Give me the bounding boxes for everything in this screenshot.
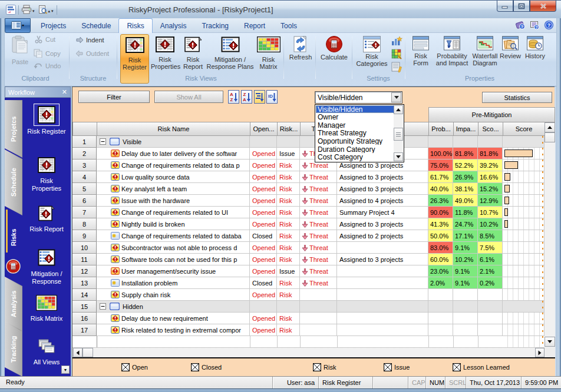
table-row[interactable]: 16Delay due to new requirementOpenedRisk	[72, 313, 544, 324]
workflow-item-mitigation-response[interactable]: Mitigation /Response	[22, 247, 71, 285]
horizontal-scroll-thumb[interactable]	[82, 348, 93, 357]
statistics-button[interactable]: Statistics	[482, 92, 552, 103]
about-book-icon[interactable]: ?	[516, 21, 526, 31]
dropdown-item-cost-category[interactable]: Cost Category	[316, 154, 394, 161]
calculator-badge-icon[interactable]	[6, 259, 21, 274]
table-row[interactable]: 13Installation problemClosedRiskThreat2.…	[72, 277, 544, 289]
application-menu-button[interactable]	[5, 18, 31, 33]
column-header-score[interactable]: Score	[503, 122, 545, 136]
undo-button[interactable]: Undo	[34, 62, 61, 69]
table-row[interactable]: 12User management/security issueOpenedIs…	[72, 265, 544, 277]
column-header-risk[interactable]: Risk...	[277, 122, 301, 136]
scroll-left-icon[interactable]	[73, 348, 82, 357]
indent-button[interactable]: Indent	[75, 36, 104, 44]
table-row[interactable]: 2Delay due to later delivery of the soft…	[72, 148, 544, 160]
workflow-item-all-views[interactable]: All Views	[22, 336, 71, 366]
vertical-scroll-thumb[interactable]	[544, 132, 555, 142]
table-row[interactable]: 11Software tools can not be used for thi…	[72, 254, 544, 265]
review-button[interactable]: Review	[499, 35, 522, 59]
column-header-riskname[interactable]: Risk Name	[97, 122, 250, 136]
table-row[interactable]: 10Subcontractor was not able to process …	[72, 242, 544, 254]
probability-and-impact-button[interactable]: Probabilityand Impact	[434, 35, 470, 67]
dropdown-item-manager[interactable]: Manager	[316, 121, 394, 129]
column-header-num[interactable]	[72, 122, 97, 136]
table-row[interactable]: 1Visible	[72, 136, 544, 148]
categories-list-icon[interactable]	[391, 61, 404, 74]
show-all-button[interactable]: Show All	[154, 91, 223, 103]
workflow-tab-schedule[interactable]: Schedule	[5, 150, 22, 215]
workflow-item-risk-report[interactable]: Risk Report	[22, 203, 71, 233]
dropdown-scroll-down-icon[interactable]	[394, 152, 403, 161]
menu-tab-projects[interactable]: Projects	[33, 18, 74, 33]
table-row[interactable]: 3Change of requirements related to data …	[72, 160, 544, 171]
print-preview-icon[interactable]	[38, 5, 48, 15]
refresh-button[interactable]: Refresh	[287, 35, 314, 61]
calculate-button[interactable]: Calculate	[318, 35, 351, 61]
table-row[interactable]: 5Key analyst left a teamOpenedRiskThreat…	[72, 183, 544, 195]
table-row[interactable]: 17Risk related to testing in extrernal c…	[72, 324, 544, 336]
column-header-impa[interactable]: Impa...	[453, 122, 478, 136]
filter-button[interactable]: Filter	[78, 91, 150, 103]
close-button[interactable]	[530, 1, 556, 12]
workflow-close-icon[interactable]: ✕	[62, 89, 67, 95]
print-dropdown-icon[interactable]: ▾	[32, 9, 35, 14]
vertical-scrollbar[interactable]	[544, 122, 555, 347]
menu-tab-tracking[interactable]: Tracking	[194, 18, 236, 33]
risk-form-button[interactable]: RiskForm	[408, 35, 434, 67]
history-button[interactable]: History	[522, 35, 548, 59]
menu-tab-tools[interactable]: Tools	[273, 18, 305, 33]
pre-mitigation-header[interactable]: Pre-Mitigation	[428, 107, 555, 122]
table-row[interactable]: 15Hidden	[72, 301, 544, 313]
table-row[interactable]: 14Supply chain riskOpenedRisk	[72, 289, 544, 301]
cut-button[interactable]: Cut	[34, 35, 55, 44]
sort-group-icon[interactable]	[254, 90, 265, 104]
outdent-button[interactable]: Outdent	[75, 50, 109, 57]
scroll-down-icon[interactable]	[544, 337, 555, 347]
dropdown-item-duration-category[interactable]: Duration Category	[316, 145, 394, 153]
dropdown-scrollbar[interactable]	[394, 105, 403, 161]
sort-az-icon[interactable]: AZ	[228, 90, 239, 104]
minimize-button[interactable]	[497, 1, 513, 12]
app-icon[interactable]	[6, 5, 16, 16]
column-header-open[interactable]: Open...	[250, 122, 278, 136]
help-icon[interactable]: ?	[544, 20, 554, 31]
horizontal-scrollbar[interactable]	[72, 348, 544, 357]
column-header-prob[interactable]: Prob...	[428, 122, 454, 136]
dropdown-item-owner[interactable]: Owner	[316, 114, 394, 121]
menu-tab-schedule[interactable]: Schedule	[74, 18, 118, 33]
table-row[interactable]: 6Issue with the hardwareOpenedRiskThreat…	[72, 195, 544, 207]
dropdown-item-threat-strategy[interactable]: Threat Strategy	[316, 129, 394, 137]
menu-tab-analysis[interactable]: Analysis	[153, 18, 194, 33]
table-row[interactable]: 8Nightly build is brokenOpenedRiskThreat…	[72, 218, 544, 230]
menu-tab-risks[interactable]: Risks	[118, 18, 152, 33]
workflow-item-risk-matrix[interactable]: Risk Matrix	[22, 293, 71, 323]
combobox-dropdown-icon[interactable]	[391, 92, 401, 102]
menu-tab-report[interactable]: Report	[236, 18, 273, 33]
workflow-item-risk-register[interactable]: Risk Register	[22, 104, 71, 135]
group-by-combobox[interactable]: Visible/Hidden	[315, 91, 402, 104]
table-row[interactable]: 9Change of requirements related to datab…	[72, 230, 544, 242]
dropdown-scroll-up-icon[interactable]	[394, 105, 403, 114]
toolbar-options-arrow[interactable]: ▾	[51, 9, 54, 14]
scroll-up-icon[interactable]	[544, 122, 555, 132]
maximize-button[interactable]	[513, 1, 530, 12]
toolbar-options-icon[interactable]: ▴	[48, 9, 51, 14]
workflow-tab-tracking[interactable]: Tracking	[5, 321, 22, 377]
workflow-expand-button[interactable]: ▼	[61, 366, 70, 374]
sort-za-icon[interactable]: ZA	[241, 90, 252, 104]
copy-button[interactable]: Copy	[34, 49, 61, 58]
column-header-sco[interactable]: Sco...	[478, 122, 503, 136]
table-row[interactable]: 7Change of requirements related to UIOpe…	[72, 207, 544, 218]
workflow-tab-risks[interactable]: Risks	[5, 208, 22, 267]
waterfall-diagram-button[interactable]: WaterfallDiagram	[470, 35, 500, 67]
dropdown-item-opportunity-strategy[interactable]: Opportunity Strategy	[316, 137, 394, 145]
workflow-item-risk-properties[interactable]: RiskProperties	[22, 155, 71, 192]
scroll-right-icon[interactable]	[535, 348, 544, 357]
categories-chart-icon[interactable]	[391, 35, 404, 48]
table-row[interactable]: 4Low quality source dataOpenedRiskThreat…	[72, 171, 544, 183]
risk-categories-button[interactable]: RiskCategories	[354, 35, 390, 67]
sort-id-icon[interactable]: ID	[266, 90, 278, 104]
dropdown-item-visible-hidden[interactable]: Visible/Hidden	[316, 105, 394, 113]
help-topics-icon[interactable]: ?	[530, 21, 540, 31]
print-icon[interactable]	[21, 5, 32, 15]
